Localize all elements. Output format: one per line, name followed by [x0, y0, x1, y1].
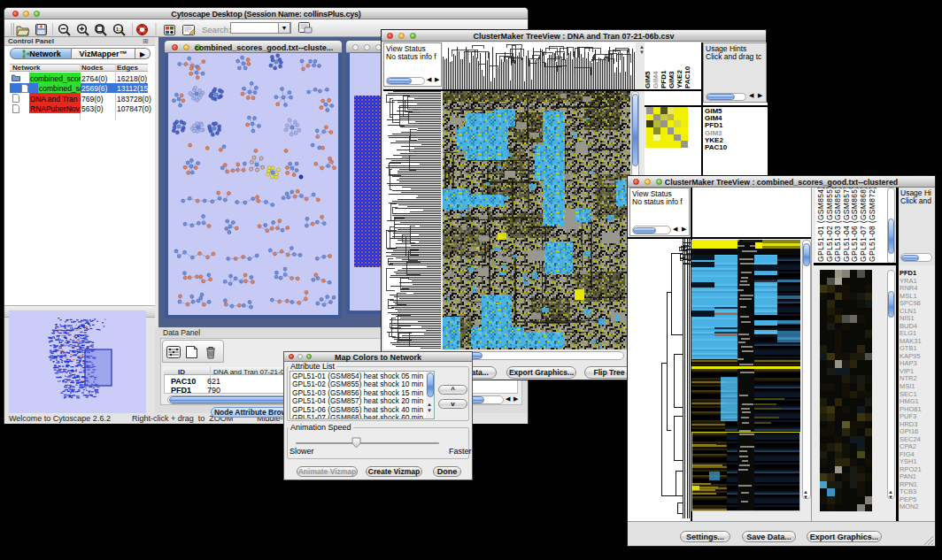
svg-text:GPL51-04 (GSM857): GPL51-04 (GSM857)	[842, 188, 851, 262]
svg-text:GIM4: GIM4	[652, 71, 660, 88]
svg-text:PFD1: PFD1	[660, 70, 668, 88]
svg-text:GPL51-02 (GSM855): GPL51-02 (GSM855)	[825, 188, 834, 262]
svg-text:GPL51-08 (GSM872): GPL51-08 (GSM872)	[868, 188, 876, 262]
svg-text:GIM5: GIM5	[645, 71, 652, 88]
svg-text:YKE2: YKE2	[676, 70, 683, 88]
svg-text:GPL51-07 (GSM868): GPL51-07 (GSM868)	[859, 188, 868, 262]
svg-text:1:1: 1:1	[116, 27, 124, 32]
svg-text:GPL51-03 (GSM856): GPL51-03 (GSM856)	[833, 188, 842, 262]
svg-text:GIM3: GIM3	[668, 71, 676, 88]
svg-text:GPL51-01 (GSM854): GPL51-01 (GSM854)	[816, 188, 825, 262]
svg-text:Search:: Search:	[202, 25, 231, 35]
svg-text:GPL51-06 (GSM865): GPL51-06 (GSM865)	[850, 188, 859, 262]
svg-text:PAC10: PAC10	[683, 65, 691, 88]
